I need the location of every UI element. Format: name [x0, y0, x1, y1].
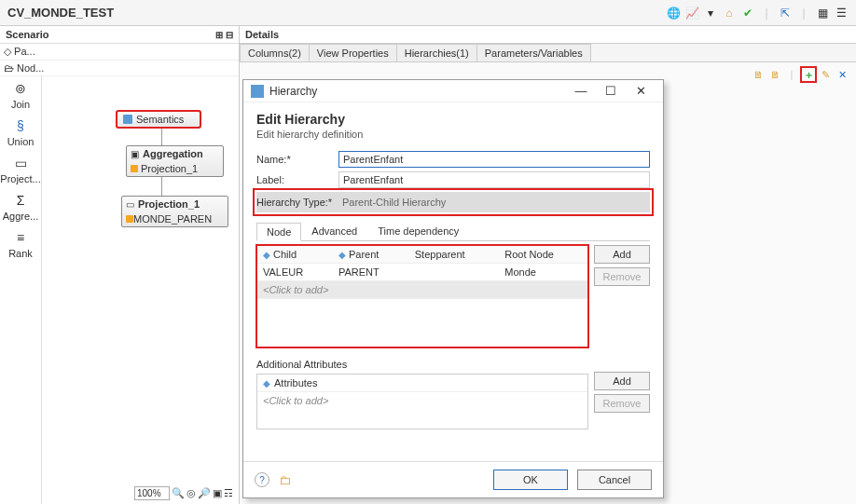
export-icon[interactable]: ⇱ — [778, 6, 793, 20]
zoom-reset-icon[interactable]: ◎ — [186, 487, 196, 499]
attr-add-row[interactable]: <Click to add> — [257, 392, 587, 409]
node-grid-wrap: ◆ Child ◆ Parent Stepparent Root Node VA… — [256, 245, 650, 347]
diamond-icon: ◆ — [263, 378, 270, 388]
attr-remove-button[interactable]: Remove — [594, 394, 650, 413]
attr-buttons: Add Remove — [594, 372, 650, 429]
tab-hierarchies[interactable]: Hierarchies(1) — [396, 44, 477, 61]
attr-grid-wrap: ◆Attributes <Click to add> Add Remove — [256, 372, 650, 429]
tool-join[interactable]: ⊚Join — [2, 80, 39, 110]
add-hierarchy-button[interactable]: ＋ — [802, 68, 815, 81]
tab-columns[interactable]: Columns(2) — [240, 44, 310, 61]
dialog-icon — [251, 85, 264, 98]
subtab-advanced[interactable]: Advanced — [301, 222, 367, 240]
doc1-icon[interactable]: 🗎 — [752, 68, 765, 81]
dialog-titlebar: Hierarchy — ☐ ✕ — [243, 80, 663, 102]
subtabs: Node Advanced Time dependency — [256, 222, 650, 241]
node-grid[interactable]: ◆ Child ◆ Parent Stepparent Root Node VA… — [256, 245, 588, 347]
connector — [161, 129, 162, 145]
name-input[interactable] — [338, 151, 650, 168]
chart-icon[interactable]: 📈 — [684, 6, 699, 20]
label-label: Label: — [256, 174, 338, 185]
tool-aggre[interactable]: ΣAggre... — [2, 192, 39, 222]
hierarchy-type-value[interactable]: Parent-Child Hierarchy — [338, 195, 650, 210]
dialog-desc: Edit hierarchy definition — [256, 129, 650, 140]
grid-header-row: ◆ Child ◆ Parent Stepparent Root Node — [257, 246, 587, 264]
cancel-button[interactable]: Cancel — [577, 470, 652, 490]
maximize-button[interactable]: ☐ — [596, 84, 626, 98]
delete-icon[interactable]: ✕ — [835, 68, 849, 81]
globe-icon[interactable]: 🌐 — [666, 6, 681, 20]
divider: | — [759, 6, 774, 20]
zoom-in-icon[interactable]: 🔎 — [198, 487, 211, 499]
zoom-input[interactable] — [134, 486, 170, 500]
scenario-label: Scenario — [6, 29, 48, 40]
check-icon[interactable]: ✔ — [740, 6, 755, 20]
hierarchy-toolbar: 🗎 🗎 | ＋ ✎ ✕ — [752, 68, 849, 81]
node-projection1-label: Projection_1 — [138, 198, 200, 210]
divider: | — [796, 6, 811, 20]
dot-icon — [126, 215, 133, 223]
dialog-footer: ? 🗀 OK Cancel — [243, 461, 663, 497]
divider: | — [785, 68, 798, 81]
minimize-button[interactable]: — — [566, 84, 596, 98]
dialog-heading: Edit Hierarchy — [256, 112, 650, 127]
zoom-bar: 🔍 ◎ 🔎 ▣ ☶ — [134, 486, 233, 500]
close-button[interactable]: ✕ — [626, 84, 656, 98]
dialog-body: Edit Hierarchy Edit hierarchy definition… — [243, 102, 663, 461]
expand-icon[interactable]: ⊞ ⊟ — [215, 30, 233, 40]
dialog-title: Hierarchy — [269, 85, 566, 98]
grid-buttons: Add Remove — [594, 245, 650, 347]
subtab-node[interactable]: Node — [256, 223, 301, 241]
connector — [161, 177, 162, 196]
tool-rank[interactable]: ≡Rank — [2, 229, 39, 259]
tab-viewprops[interactable]: View Properties — [309, 44, 397, 61]
palette-tab[interactable]: ◇ Pa... — [4, 46, 35, 58]
node-projection1-sub: MONDE_PAREN — [133, 213, 212, 225]
node-aggregation-label: Aggregation — [143, 148, 203, 159]
scenario-canvas[interactable]: Semantics ▣Aggregation Projection_1 ▭Pro… — [42, 76, 239, 504]
label-input[interactable] — [338, 171, 650, 188]
home-icon[interactable]: ⌂ — [722, 6, 737, 20]
scenario-pane: Scenario ⊞ ⊟ ◇ Pa... 🗁 Nod... ⊚Join §Uni… — [0, 26, 240, 504]
remove-button[interactable]: Remove — [594, 267, 650, 286]
dot-icon — [131, 165, 138, 172]
layout1-icon[interactable]: ▦ — [815, 6, 830, 20]
fit-icon[interactable]: ▣ — [213, 487, 222, 499]
layout-icon[interactable]: ☶ — [224, 487, 233, 499]
node-aggregation[interactable]: ▣Aggregation Projection_1 — [126, 145, 224, 177]
node-semantics-label: Semantics — [136, 114, 184, 125]
subtab-timedep[interactable]: Time dependency — [367, 222, 469, 240]
diamond-icon: ◆ — [263, 250, 270, 260]
attr-header: ◆Attributes — [257, 375, 587, 392]
grid-data-row[interactable]: VALEUR PARENT Monde — [257, 264, 587, 281]
node-semantics[interactable]: Semantics — [117, 111, 200, 128]
layout2-icon[interactable]: ☰ — [834, 6, 849, 20]
label-row: Label: — [256, 171, 650, 188]
tool-union[interactable]: §Union — [2, 117, 39, 147]
ok-button[interactable]: OK — [493, 470, 568, 490]
zoom-out-icon[interactable]: 🔍 — [172, 487, 185, 499]
title-toolbar: 🌐 📈 ▾ ⌂ ✔ | ⇱ | ▦ ☰ — [666, 6, 849, 20]
name-row: Name:* — [256, 151, 650, 168]
scenario-header: Scenario ⊞ ⊟ — [0, 26, 239, 44]
tool-palette: ⊚Join §Union ▭Project... ΣAggre... ≡Rank — [0, 76, 42, 504]
hierarchy-type-row: Hierarchy Type:* Parent-Child Hierarchy — [256, 192, 650, 212]
node-projection1[interactable]: ▭Projection_1 MONDE_PAREN — [121, 196, 228, 227]
attr-add-button[interactable]: Add — [594, 372, 650, 390]
edit-icon[interactable]: ✎ — [819, 68, 832, 81]
semantics-icon — [123, 115, 132, 124]
add-button[interactable]: Add — [594, 245, 650, 264]
tab-params[interactable]: Parameters/Variables — [476, 44, 591, 61]
folder-icon[interactable]: 🗀 — [279, 473, 291, 487]
tool-project[interactable]: ▭Project... — [2, 155, 39, 184]
palette-row: ⊚Join §Union ▭Project... ΣAggre... ≡Rank… — [0, 76, 239, 504]
dropdown-icon[interactable]: ▾ — [703, 6, 718, 20]
nodes-tab[interactable]: 🗁 Nod... — [4, 62, 44, 74]
doc2-icon[interactable]: 🗎 — [768, 68, 781, 81]
hierarchy-type-label: Hierarchy Type:* — [256, 197, 338, 208]
grid-add-row[interactable]: <Click to add> — [257, 281, 587, 299]
help-icon[interactable]: ? — [255, 472, 269, 487]
diamond-icon: ◆ — [338, 250, 346, 260]
attributes-grid[interactable]: ◆Attributes <Click to add> — [256, 374, 588, 429]
view-title: CV_MONDE_TEST — [7, 6, 666, 20]
